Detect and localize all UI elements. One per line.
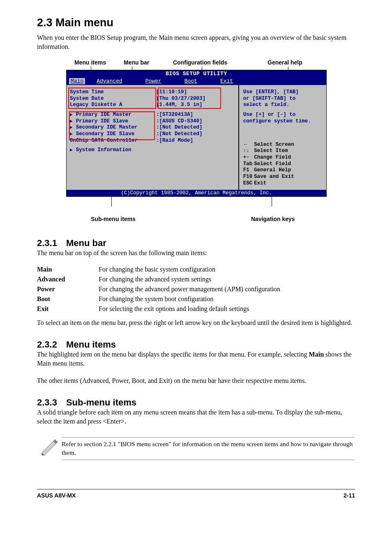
arrow-updown-icon: ↑↓ xyxy=(243,148,248,154)
callout-submenu-items: Sub-menu items xyxy=(91,216,136,222)
heading-menu-items: 2.3.2 Menu items xyxy=(37,339,355,350)
footer-left: ASUS A8V-MX xyxy=(37,492,76,499)
callout-nav-keys: Navigation keys xyxy=(251,216,295,222)
row-sata[interactable]: OnChip SATA Controller :[Raid Mode] xyxy=(67,138,238,144)
list-item-desc: For changing the advanced system setting… xyxy=(99,276,211,283)
triangle-icon: ▶ xyxy=(70,112,73,118)
note-text: Refer to section 2.2.1 "BIOS menu screen… xyxy=(62,437,355,460)
row-primary-master[interactable]: ▶Primary IDE Master :[ST320413A] xyxy=(67,112,238,118)
list-item-name: Advanced xyxy=(37,276,99,283)
heading-menu-bar: 2.3.1 Menu bar xyxy=(37,238,355,249)
tab-exit[interactable]: Exit xyxy=(220,78,244,84)
heading-submenu-items: 2.3.3 Sub-menu items xyxy=(37,397,355,408)
menu-bar-closing: To select an item on the menu bar, press… xyxy=(37,318,355,327)
callout-menu-items: Menu items xyxy=(74,59,106,66)
help-text: Use [ENTER], [TAB] or [SHIFT-TAB] to sel… xyxy=(243,89,323,124)
row-secondary-master[interactable]: ▶Secondary IDE Master :[Not Detected] xyxy=(67,124,238,131)
list-item-desc: For changing the advanced power manageme… xyxy=(99,286,280,293)
section-title-text: Main menu xyxy=(55,16,113,29)
row-system-info[interactable]: ▶System Information xyxy=(67,147,238,154)
bios-copyright: (C)Copyright 1985-2002, American Megatre… xyxy=(67,190,326,196)
list-item-desc: For selecting the exit options and loadi… xyxy=(99,305,249,313)
row-system-date[interactable]: System Date [Thu 03/27/2003] xyxy=(67,96,238,102)
row-legacy-diskette[interactable]: Legacy Diskette A [1.44M, 3.5 in] xyxy=(67,102,238,108)
triangle-icon: ▶ xyxy=(70,147,73,153)
bios-menu-bar: Main Advanced Power Boot Exit xyxy=(67,77,326,85)
callout-menu-bar: Menu bar xyxy=(124,59,149,66)
bios-left-pane: System Time [11:10:19] System Date [Thu … xyxy=(67,85,238,190)
triangle-icon: ▶ xyxy=(70,119,73,124)
list-item-desc: For changing the system boot configurati… xyxy=(99,295,214,303)
intro-paragraph: When you enter the BIOS Setup program, t… xyxy=(37,33,355,51)
menu-items-p2: The other items (Advanced, Power, Boot, … xyxy=(37,376,355,385)
heading-main-menu: 2.3 Main menu xyxy=(37,16,355,29)
arrow-left-icon: ← xyxy=(243,142,248,148)
list-item-desc: For changing the basic system configurat… xyxy=(99,266,215,273)
bios-right-pane: Use [ENTER], [TAB] or [SHIFT-TAB] to sel… xyxy=(238,85,326,190)
footer-right: 2-11 xyxy=(344,492,355,499)
tab-main[interactable]: Main xyxy=(69,78,85,84)
row-system-time[interactable]: System Time [11:10:19] xyxy=(67,89,238,96)
tab-advanced[interactable]: Advanced xyxy=(97,78,134,84)
triangle-icon: ▶ xyxy=(70,125,73,131)
bios-title: BIOS SETUP UTILITY xyxy=(67,70,326,77)
row-primary-slave[interactable]: ▶Primary IDE Slave :[ASUS CD-S340] xyxy=(67,118,238,125)
menu-items-p1: The highlighted item on the menu bar dis… xyxy=(37,350,355,368)
tab-boot[interactable]: Boot xyxy=(184,78,209,84)
note-box: Refer to section 2.2.1 "BIOS menu screen… xyxy=(37,437,355,460)
menu-bar-intro: The menu bar on top of the screen has th… xyxy=(37,249,355,258)
svg-marker-0 xyxy=(42,441,56,455)
row-secondary-slave[interactable]: ▶Secondary IDE Slave :[Not Detected] xyxy=(67,131,238,138)
list-item-name: Power xyxy=(37,286,99,293)
menu-bar-list: Main For changing the basic system confi… xyxy=(37,266,355,313)
callout-config-fields: Configuration fields xyxy=(173,59,227,66)
list-item-name: Main xyxy=(37,266,99,273)
page-footer: ASUS A8V-MX 2-11 xyxy=(37,489,355,499)
tab-power[interactable]: Power xyxy=(145,78,173,84)
nav-keys-box: ←Select Screen ↑↓Select Item +-Change Fi… xyxy=(243,142,323,187)
list-item-name: Exit xyxy=(37,305,99,313)
triangle-icon: ▶ xyxy=(70,131,73,137)
section-number: 2.3 xyxy=(37,16,53,29)
bios-window: BIOS SETUP UTILITY Main Advanced Power B… xyxy=(66,70,327,197)
submenu-p: A solid triangle before each item on any… xyxy=(37,408,355,426)
list-item-name: Boot xyxy=(37,295,99,303)
callout-general-help: General help xyxy=(267,59,302,66)
pencil-icon xyxy=(37,438,62,459)
